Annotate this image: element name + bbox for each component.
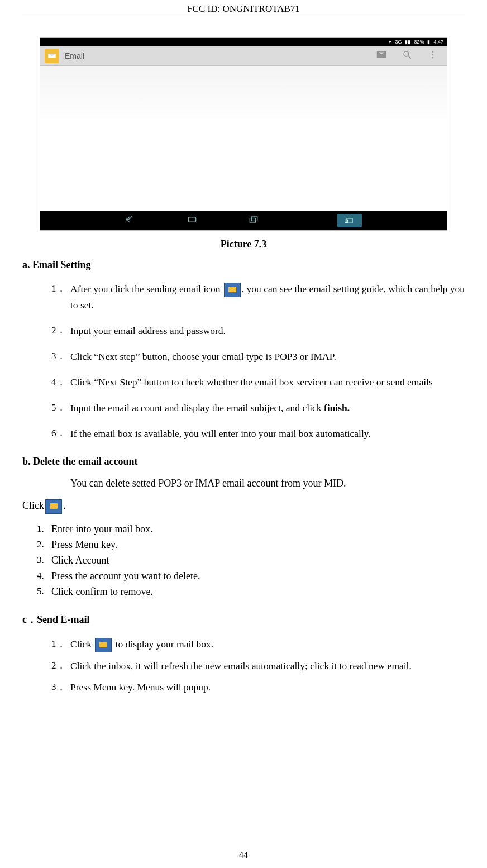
svg-rect-7 — [252, 217, 257, 221]
svg-point-3 — [432, 54, 434, 55]
embedded-screenshot: ▾ 3G ▮▮ 82% ▮ 4:47 Email — [40, 37, 447, 231]
fcc-id-value: ONGNITROTAB71 — [222, 3, 299, 14]
status-battery-icon: ▮ — [427, 39, 430, 45]
item-text-pre: Input the email account and display the … — [70, 402, 324, 413]
list-item: 5． Input the email account and display t… — [70, 400, 465, 416]
email-app-bar: Email — [40, 46, 447, 66]
svg-line-1 — [408, 56, 411, 59]
nav-recents-icon[interactable] — [248, 215, 259, 226]
list-item: 4.Press the account you want to delete. — [51, 569, 465, 584]
status-battery-pct: 82% — [414, 39, 424, 45]
system-nav-bar — [40, 211, 447, 230]
item-text: Click Account — [51, 555, 109, 566]
section-c-heading: c．Send E-mail — [22, 613, 465, 626]
fcc-label: FCC ID: — [187, 3, 220, 14]
item-number: 2． — [51, 658, 66, 673]
status-bar: ▾ 3G ▮▮ 82% ▮ 4:47 — [40, 38, 447, 46]
section-b-heading: b. Delete the email account — [22, 456, 465, 468]
email-app-title: Email — [65, 51, 371, 60]
list-item: 4． Click “Next Step” button to check whe… — [70, 374, 465, 390]
page-number: 44 — [0, 850, 487, 860]
email-icon — [45, 499, 62, 514]
item-number: 2． — [51, 323, 66, 338]
item-text: Click the inbox, it will refresh the new… — [70, 660, 412, 671]
list-item: 1． Click to display your mail box. — [70, 636, 465, 652]
item-number: 4． — [51, 374, 66, 389]
section-b-list: 1.Enter into your mail box. 2.Press Menu… — [22, 522, 465, 599]
item-text: Press Menu key. Menus will popup. — [70, 681, 211, 693]
click-icon-line: Click. — [22, 499, 465, 514]
item-text: Press Menu key. — [51, 539, 117, 550]
email-icon — [224, 283, 241, 297]
figure-caption: Picture 7.3 — [22, 239, 465, 250]
list-item: 1.Enter into your mail box. — [51, 522, 465, 537]
section-a-heading: a. Email Setting — [22, 259, 465, 271]
page-header: FCC ID: ONGNITROTAB71 — [22, 0, 465, 17]
svg-point-0 — [404, 51, 409, 56]
list-item: 2． Click the inbox, it will refresh the … — [70, 658, 465, 674]
item-text-pre: After you click the sending email icon — [70, 283, 223, 294]
item-number: 5. — [37, 584, 44, 599]
item-text: Enter into your mail box. — [51, 523, 152, 535]
status-time: 4:47 — [433, 39, 443, 45]
list-item: 6． If the email box is available, you wi… — [70, 426, 465, 441]
item-number: 5． — [51, 400, 66, 415]
section-a-list: 1． After you click the sending email ico… — [22, 281, 465, 441]
item-text: Click “Next Step” button to check whethe… — [70, 376, 433, 388]
item-text: Press the account you want to delete. — [51, 570, 200, 581]
section-c-list: 1． Click to display your mail box. 2． Cl… — [22, 636, 465, 695]
svg-rect-6 — [250, 218, 255, 223]
item-number: 6． — [51, 426, 66, 441]
nav-back-icon[interactable] — [125, 215, 136, 226]
section-c-prefix: c． — [22, 614, 37, 625]
click-text-pre: Click — [22, 500, 44, 511]
nav-screenshot-button[interactable] — [337, 214, 362, 227]
section-b-intro: You can delete setted POP3 or IMAP email… — [70, 478, 465, 489]
overflow-menu-icon[interactable] — [428, 50, 438, 62]
item-number: 1． — [51, 281, 66, 296]
list-item: 2.Press Menu key. — [51, 537, 465, 553]
tablet-screenshot: ▾ 3G ▮▮ 82% ▮ 4:47 Email — [40, 37, 447, 231]
item-number: 4. — [37, 569, 44, 583]
email-app-icon — [45, 49, 59, 63]
item-text: If the email box is available, you will … — [70, 428, 371, 439]
email-empty-content — [40, 66, 447, 211]
item-number: 1． — [51, 636, 66, 651]
section-c-title: Send E-mail — [37, 614, 90, 625]
svg-rect-5 — [188, 217, 195, 222]
item-text-post: to display your mail box. — [113, 638, 213, 650]
item-text: Input your email address and password. — [70, 325, 226, 336]
click-text-post: . — [63, 500, 66, 511]
nav-home-icon[interactable] — [187, 215, 198, 226]
email-icon — [95, 638, 112, 652]
item-text: Click confirm to remove. — [51, 586, 153, 597]
svg-point-2 — [432, 51, 434, 53]
item-number: 1. — [37, 522, 44, 536]
item-number: 3. — [37, 553, 44, 567]
item-number: 2. — [37, 537, 44, 552]
item-number: 3． — [51, 349, 66, 364]
status-network: 3G — [395, 39, 402, 45]
list-item: 2． Input your email address and password… — [70, 323, 465, 338]
list-item: 3． Press Menu key. Menus will popup. — [70, 679, 465, 695]
list-item: 3． Click “Next step” button, choose your… — [70, 349, 465, 364]
compose-icon[interactable] — [376, 50, 386, 62]
list-item: 1． After you click the sending email ico… — [70, 281, 465, 313]
list-item: 3.Click Account — [51, 553, 465, 569]
item-text-pre: Click — [70, 638, 94, 650]
status-signal-bars-icon: ▮▮ — [405, 39, 410, 45]
item-text: Click “Next step” button, choose your em… — [70, 351, 336, 362]
list-item: 5.Click confirm to remove. — [51, 584, 465, 600]
search-icon[interactable] — [402, 50, 412, 62]
item-number: 3． — [51, 679, 66, 694]
item-text-bold: finish. — [324, 402, 350, 413]
svg-rect-9 — [345, 220, 348, 222]
svg-point-4 — [432, 56, 434, 58]
status-signal-icon: ▾ — [389, 39, 391, 45]
